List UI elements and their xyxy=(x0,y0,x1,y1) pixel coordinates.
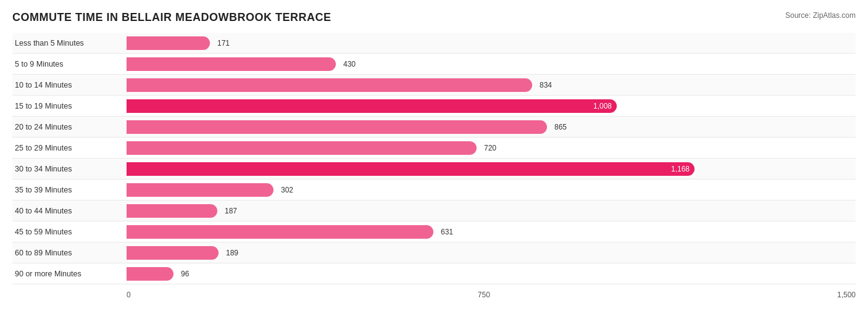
bar-value: 430 xyxy=(343,60,356,68)
bar-label: 5 to 9 Minutes xyxy=(12,56,127,72)
bar-label: 45 to 59 Minutes xyxy=(12,224,127,240)
bar-row: 15 to 19 Minutes1,008 xyxy=(12,96,856,117)
chart-container: COMMUTE TIME IN BELLAIR MEADOWBROOK TERR… xyxy=(0,0,868,322)
bar-track: 171 xyxy=(127,36,856,50)
bar-row: 60 to 89 Minutes189 xyxy=(12,242,856,263)
bar-fill: 1,168 xyxy=(127,162,695,176)
bar-label: 35 to 39 Minutes xyxy=(12,182,127,198)
bar-fill xyxy=(127,204,217,218)
x-axis-label: 1,500 xyxy=(837,291,856,299)
bar-fill xyxy=(127,36,210,50)
bar-fill: 1,008 xyxy=(127,99,617,113)
bar-fill xyxy=(127,183,273,197)
bar-label: Less than 5 Minutes xyxy=(12,35,127,51)
bar-value: 187 xyxy=(225,207,237,215)
bar-track: 430 xyxy=(127,57,856,71)
bar-value: 865 xyxy=(554,123,567,131)
x-axis: 07501,500 xyxy=(12,288,856,299)
bar-track: 302 xyxy=(127,183,856,197)
x-axis-labels: 07501,500 xyxy=(127,288,856,299)
bar-fill xyxy=(127,57,336,71)
bar-row: 20 to 24 Minutes865 xyxy=(12,117,856,138)
bar-row: Less than 5 Minutes171 xyxy=(12,33,856,54)
bar-row: 5 to 9 Minutes430 xyxy=(12,54,856,75)
x-axis-label: 750 xyxy=(478,291,490,299)
bar-track: 631 xyxy=(127,225,856,239)
bar-label: 40 to 44 Minutes xyxy=(12,203,127,219)
bar-row: 10 to 14 Minutes834 xyxy=(12,75,856,96)
bar-track: 96 xyxy=(127,267,856,281)
bar-track: 720 xyxy=(127,141,856,155)
bar-fill xyxy=(127,78,532,92)
bar-value: 834 xyxy=(540,81,552,89)
bar-row: 25 to 29 Minutes720 xyxy=(12,138,856,159)
bar-value: 189 xyxy=(226,249,238,257)
bar-fill xyxy=(127,246,219,260)
bar-row: 30 to 34 Minutes1,168 xyxy=(12,159,856,180)
bar-label: 30 to 34 Minutes xyxy=(12,161,127,177)
bar-label: 25 to 29 Minutes xyxy=(12,140,127,156)
bar-label: 60 to 89 Minutes xyxy=(12,245,127,261)
bar-value: 1,008 xyxy=(593,102,612,110)
chart-area: Less than 5 Minutes1715 to 9 Minutes4301… xyxy=(12,33,856,284)
bar-label: 15 to 19 Minutes xyxy=(12,98,127,114)
bar-fill xyxy=(127,141,477,155)
bar-row: 35 to 39 Minutes302 xyxy=(12,180,856,200)
bar-track: 189 xyxy=(127,246,856,260)
bar-track: 834 xyxy=(127,78,856,92)
bar-fill xyxy=(127,267,173,281)
bar-fill xyxy=(127,120,547,134)
bar-track: 1,168 xyxy=(127,162,856,176)
bar-label: 10 to 14 Minutes xyxy=(12,77,127,93)
bar-value: 96 xyxy=(181,270,189,278)
bar-label: 90 or more Minutes xyxy=(12,266,127,282)
bar-row: 90 or more Minutes96 xyxy=(12,263,856,284)
bar-value: 631 xyxy=(441,228,453,236)
bar-track: 187 xyxy=(127,204,856,218)
bar-value: 720 xyxy=(484,144,496,152)
chart-source: Source: ZipAtlas.com xyxy=(785,11,856,20)
bar-label: 20 to 24 Minutes xyxy=(12,119,127,135)
bar-value: 302 xyxy=(281,186,293,194)
bar-value: 1,168 xyxy=(671,165,690,173)
bar-row: 40 to 44 Minutes187 xyxy=(12,200,856,221)
bar-value: 171 xyxy=(217,39,230,47)
x-axis-label: 0 xyxy=(127,291,131,299)
chart-header: COMMUTE TIME IN BELLAIR MEADOWBROOK TERR… xyxy=(12,11,856,24)
bar-track: 1,008 xyxy=(127,99,856,113)
chart-title: COMMUTE TIME IN BELLAIR MEADOWBROOK TERR… xyxy=(12,11,331,24)
bar-track: 865 xyxy=(127,120,856,134)
bar-row: 45 to 59 Minutes631 xyxy=(12,221,856,242)
bar-fill xyxy=(127,225,433,239)
